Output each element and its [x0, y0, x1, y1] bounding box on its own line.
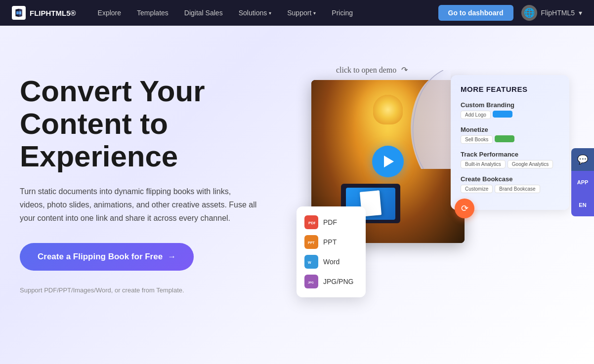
lamp-decoration	[373, 95, 403, 124]
feature-tags: Add Logo	[461, 111, 559, 119]
nav-digital-sales[interactable]: Digital Sales	[178, 6, 229, 20]
svg-rect-2	[16, 11, 19, 15]
nav-solutions[interactable]: Solutions ▾	[233, 6, 278, 20]
language-button[interactable]: EN	[571, 194, 594, 216]
svg-rect-3	[19, 11, 21, 15]
arrow-icon: ↷	[401, 65, 408, 75]
feature-tags: Customize Brand Bookcase	[461, 185, 559, 193]
feature-custom-branding: Custom Branding Add Logo	[461, 101, 559, 119]
hero-description: Turn static documents into dynamic flipp…	[20, 185, 257, 225]
hero-left: Convert Your Content to Experience Turn …	[20, 65, 277, 294]
demo-label: click to open demo ↷	[336, 65, 408, 75]
avatar: 🌐	[521, 5, 537, 21]
logo-text: FLIPHTML5®	[30, 9, 76, 17]
nav-support[interactable]: Support ▾	[281, 6, 322, 20]
logo[interactable]: FLIPHTML5®	[12, 6, 76, 20]
file-item-jpg: JPG JPG/PNG	[304, 272, 358, 291]
feature-tags: Built-in Analytics Google Analytics	[461, 160, 559, 168]
svg-text:JPG: JPG	[308, 281, 314, 284]
chat-button[interactable]: 💬	[571, 148, 594, 171]
hero-title: Convert Your Content to Experience	[20, 75, 277, 173]
hero-section: Convert Your Content to Experience Turn …	[0, 26, 594, 364]
file-item-pdf: PDF PDF	[304, 212, 358, 232]
pdf-icon: PDF	[304, 215, 318, 229]
chevron-down-icon: ▾	[313, 10, 316, 16]
support-text: Support PDF/PPT/Images/Word, or create f…	[20, 286, 277, 294]
create-book-button[interactable]: Create a Flipping Book for Free →	[20, 243, 194, 271]
logo-icon	[12, 6, 26, 20]
file-type-popup: PDF PDF PPT PPT W	[297, 206, 366, 297]
features-panel: MORE FEATURES Custom Branding Add Logo M…	[451, 75, 569, 210]
language-label: EN	[579, 202, 586, 208]
dashboard-button[interactable]: Go to dashboard	[438, 5, 513, 21]
file-item-word: W Word	[304, 252, 358, 272]
file-item-ppt: PPT PPT	[304, 232, 358, 252]
play-button[interactable]	[372, 146, 404, 177]
jpg-icon: JPG	[304, 275, 318, 288]
feature-monetize: Monetize Sell Books	[461, 126, 559, 144]
chevron-down-icon: ▾	[269, 10, 271, 16]
navbar: FLIPHTML5® Explore Templates Digital Sal…	[0, 0, 594, 26]
feature-tags: Sell Books	[461, 135, 559, 144]
nav-templates[interactable]: Templates	[131, 6, 174, 20]
user-menu[interactable]: 🌐 FlipHTML5 ▾	[521, 5, 582, 21]
chevron-down-icon: ▾	[579, 9, 582, 17]
app-label: APP	[577, 179, 589, 185]
nav-explore[interactable]: Explore	[92, 6, 127, 20]
user-label: FlipHTML5	[541, 9, 575, 17]
hero-right: click to open demo ↷ ⟳	[287, 65, 574, 322]
features-title: MORE FEATURES	[461, 85, 559, 93]
svg-text:W: W	[308, 261, 311, 264]
side-buttons: 💬 APP EN	[571, 148, 594, 216]
svg-text:PDF: PDF	[308, 221, 315, 225]
nav-pricing[interactable]: Pricing	[326, 6, 359, 20]
sync-icon[interactable]: ⟳	[455, 199, 474, 218]
nav-links: Explore Templates Digital Sales Solution…	[92, 6, 438, 20]
word-icon: W	[304, 255, 318, 269]
feature-track-performance: Track Performance Built-in Analytics Goo…	[461, 151, 559, 168]
ppt-icon: PPT	[304, 235, 318, 249]
svg-text:PPT: PPT	[308, 241, 315, 244]
chat-icon: 💬	[577, 154, 588, 165]
feature-create-bookcase: Create Bookcase Customize Brand Bookcase	[461, 175, 559, 193]
arrow-icon: →	[168, 252, 176, 262]
page-curl-decoration	[406, 70, 451, 169]
app-button[interactable]: APP	[571, 171, 594, 194]
